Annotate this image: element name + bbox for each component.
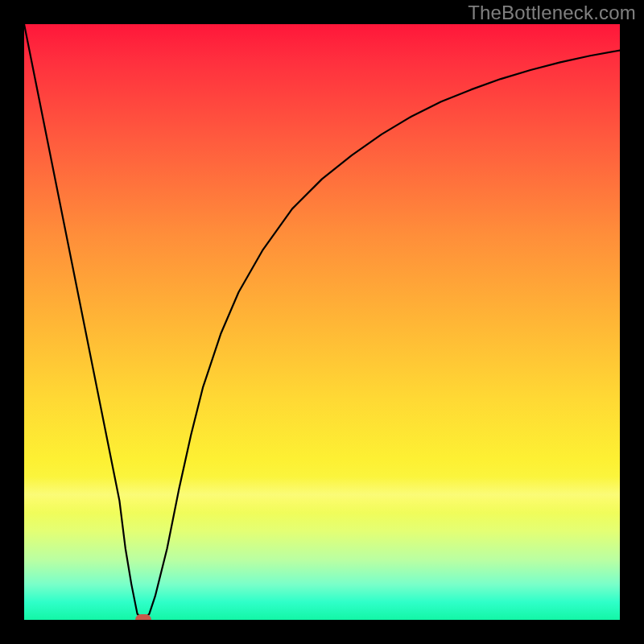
min-marker [135,614,151,620]
plot-area [24,24,620,620]
curve-svg [24,24,620,620]
bottleneck-curve [24,24,620,620]
watermark-text: TheBottleneck.com [468,2,636,24]
chart-frame: TheBottleneck.com [0,0,644,644]
